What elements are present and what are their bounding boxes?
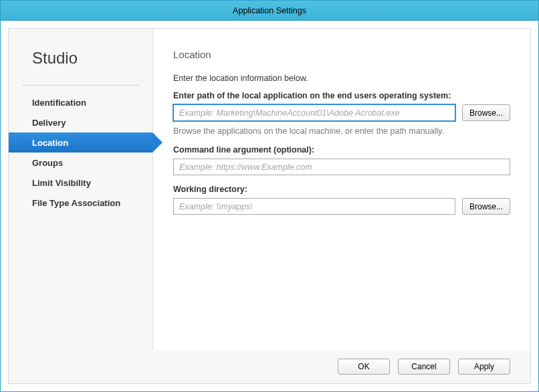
apply-button[interactable]: Apply (458, 359, 510, 375)
window-body: Studio Identification Delivery Location (1, 21, 538, 391)
window-title: Application Settings (233, 6, 306, 15)
cmdline-label: Command line argument (optional): (173, 145, 510, 155)
browse-path-button[interactable]: Browse... (462, 104, 510, 121)
cmdline-row (173, 159, 510, 175)
sidebar-item-label: Delivery (32, 118, 66, 128)
sidebar-item-delivery[interactable]: Delivery (9, 112, 152, 132)
main-panel: Location Enter the location information … (152, 29, 530, 350)
sidebar-item-label: Groups (32, 158, 63, 168)
sidebar-item-identification[interactable]: Identification (9, 92, 152, 112)
sidebar-nav: Identification Delivery Location Groups (9, 92, 152, 213)
path-hint: Browse the applications on the local mac… (173, 126, 510, 136)
sidebar: Studio Identification Delivery Location (9, 29, 152, 350)
sidebar-divider (22, 85, 139, 86)
workdir-row: Browse... (173, 198, 510, 215)
content-area: Studio Identification Delivery Location (9, 29, 530, 350)
window: Application Settings Studio Identificati… (0, 0, 539, 392)
sidebar-item-label: File Type Association (32, 198, 120, 208)
sidebar-item-label: Limit Visibility (32, 178, 91, 188)
sidebar-item-label: Identification (32, 98, 86, 108)
workdir-input[interactable] (173, 198, 455, 215)
brand-label: Studio (9, 49, 152, 80)
sidebar-item-file-type-association[interactable]: File Type Association (9, 193, 152, 213)
dialog-panel: Studio Identification Delivery Location (8, 28, 531, 384)
browse-workdir-button[interactable]: Browse... (462, 198, 510, 215)
sidebar-item-limit-visibility[interactable]: Limit Visibility (9, 173, 152, 193)
sidebar-item-groups[interactable]: Groups (9, 153, 152, 173)
path-row: Browse... (173, 104, 510, 121)
workdir-label: Working directory: (173, 185, 510, 194)
cmdline-input[interactable] (173, 159, 510, 175)
titlebar[interactable]: Application Settings (1, 1, 538, 21)
button-bar: OK Cancel Apply (9, 350, 530, 383)
page-title: Location (173, 49, 510, 60)
sidebar-item-label: Location (32, 138, 68, 148)
instruction-text: Enter the location information below. (173, 74, 510, 83)
ok-button[interactable]: OK (338, 359, 390, 375)
path-input[interactable] (173, 104, 455, 121)
sidebar-item-location[interactable]: Location (9, 132, 152, 153)
path-label: Enter path of the local application on t… (173, 91, 510, 100)
cancel-button[interactable]: Cancel (398, 359, 450, 375)
